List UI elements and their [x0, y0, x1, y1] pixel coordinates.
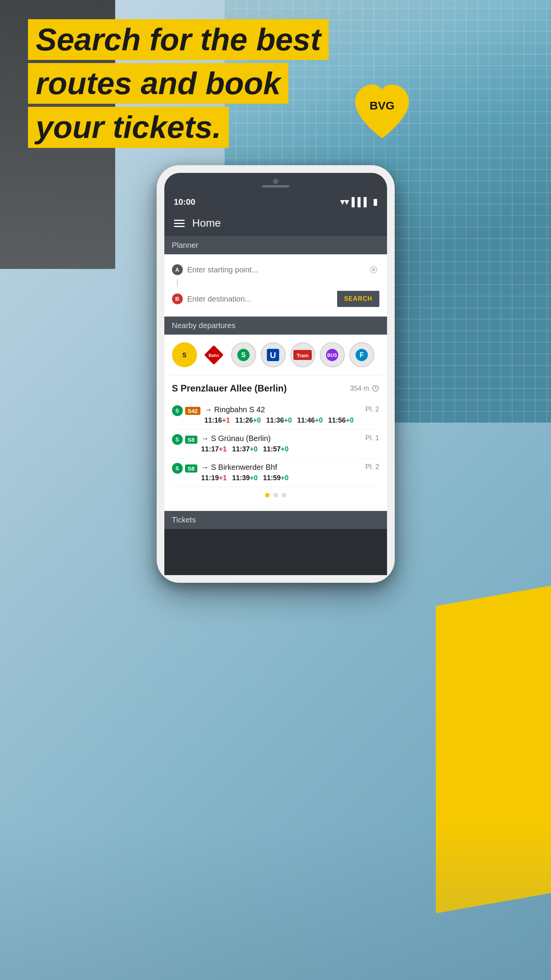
dep-time-s8-g-3: 11:57+0 [263, 445, 289, 453]
dep-destination-s42: → Ringbahn S 42 [204, 405, 361, 414]
station-distance: 354 m [350, 385, 379, 393]
dep-time-s8-b-3: 11:59+0 [263, 474, 289, 482]
connector-line [177, 279, 178, 287]
marker-b: B [172, 294, 183, 304]
app-toolbar: Home [164, 210, 387, 236]
dep-times-s42: 11:16+1 11:26+0 11:36+0 11:46+0 [204, 416, 361, 425]
station-section: S Prenzlauer Allee (Berlin) 354 m S S42 [164, 375, 387, 511]
departure-info-s42: → Ringbahn S 42 11:16+1 11:26+0 11:36+0 [204, 405, 361, 425]
transport-icon-u[interactable]: U [261, 342, 286, 367]
svg-text:S: S [241, 351, 246, 359]
dep-destination-s8-birken: → S Birkenwerder Bhf [201, 463, 362, 472]
dep-time-s42-2: 11:26+0 [235, 416, 261, 425]
marker-a: A [172, 264, 183, 275]
departure-info-s8-birken: → S Birkenwerder Bhf 11:19+1 11:39+0 11:… [201, 463, 362, 482]
tickets-section-header: Tickets [164, 511, 387, 529]
transport-icon-s-selected[interactable]: S [231, 342, 256, 367]
departure-icons-s42: S S42 [172, 405, 201, 416]
departure-row-s8-birken: S S8 → S Birkenwerder Bhf 11:19+1 11:39+… [172, 458, 379, 487]
line-badge-s8-1: S8 [185, 436, 197, 444]
dep-time-s42-1: 11:16+1 [204, 416, 230, 425]
status-icons: ▾▾ ▌▌▌ ▮ [340, 197, 377, 207]
phone-speaker [262, 185, 289, 187]
phone-top-bar [164, 173, 387, 194]
battery-icon: ▮ [373, 197, 377, 207]
signal-icon: ▌▌▌ [352, 197, 370, 207]
svg-text:U: U [270, 350, 276, 360]
svg-point-2 [370, 267, 377, 273]
status-time: 10:00 [174, 197, 195, 207]
hamburger-line-1 [174, 220, 185, 221]
dot-1[interactable] [265, 493, 270, 497]
dep-platform-s8-birken: Pl. 2 [365, 463, 379, 471]
hero-section: Search for the best routes and book your… [28, 19, 329, 151]
pagination-dots [172, 487, 379, 503]
app-content: Planner A [164, 236, 387, 575]
dep-time-s8-b-2: 11:39+0 [232, 474, 258, 482]
wifi-icon: ▾▾ [340, 197, 349, 207]
s-circle-1: S [172, 405, 183, 416]
street-overlay [0, 826, 551, 980]
svg-text:Bahn: Bahn [208, 353, 219, 358]
departure-row-s8-grunau: S S8 → S Grünau (Berlin) 11:17+1 11:37+0 [172, 429, 379, 458]
dot-2[interactable] [273, 493, 278, 497]
transport-icon-sbahn-all[interactable]: S [172, 342, 197, 367]
status-bar: 10:00 ▾▾ ▌▌▌ ▮ [164, 194, 387, 210]
departure-icons-s8-grunau: S S8 [172, 434, 197, 445]
dep-time-s8-b-1: 11:19+1 [201, 474, 227, 482]
hamburger-line-3 [174, 226, 185, 227]
departure-row-s42: S S42 → Ringbahn S 42 11:16+1 11:26+0 [172, 401, 379, 429]
hero-line-1: Search for the best [28, 19, 329, 60]
line-badge-s8-2: S8 [185, 464, 197, 473]
transport-icon-bus[interactable]: BUS [320, 342, 345, 367]
station-name: S Prenzlauer Allee (Berlin) [172, 383, 287, 394]
dep-time-s42-4: 11:46+0 [297, 416, 323, 425]
dep-time-s42-5: 11:56+0 [328, 416, 354, 425]
dep-times-s8-grunau: 11:17+1 11:37+0 11:57+0 [201, 445, 362, 453]
location-icon[interactable] [368, 264, 379, 275]
dep-destination-s8-grunau: → S Grünau (Berlin) [201, 434, 362, 443]
dest-row: B SEARCH [172, 287, 379, 311]
start-input[interactable] [187, 265, 363, 274]
phone-camera [273, 179, 278, 184]
svg-text:BVG: BVG [369, 99, 394, 112]
hero-line-3: your tickets. [28, 107, 229, 148]
search-button[interactable]: SEARCH [337, 291, 379, 307]
nearby-section-header: Nearby departures [164, 317, 387, 335]
dep-times-s8-birken: 11:19+1 11:39+0 11:59+0 [201, 474, 362, 482]
dep-platform-s42: Pl. 2 [365, 405, 379, 413]
dot-3[interactable] [282, 493, 286, 497]
svg-text:S: S [182, 352, 187, 358]
svg-point-1 [372, 269, 375, 271]
hero-line-2: routes and book [28, 63, 288, 104]
dep-platform-s8-grunau: Pl. 1 [365, 434, 379, 442]
planner-section-header: Planner [164, 236, 387, 254]
dep-time-s8-g-1: 11:17+1 [201, 445, 227, 453]
hamburger-line-2 [174, 223, 185, 224]
transport-icon-tram[interactable]: Tram [290, 342, 315, 367]
planner-section: A B SEARCH [164, 254, 387, 317]
transport-icons-row: S Bahn S [164, 335, 387, 375]
s-circle-2: S [172, 434, 183, 445]
hamburger-menu[interactable] [174, 220, 185, 227]
bvg-logo: BVG [347, 77, 417, 146]
toolbar-title: Home [192, 217, 221, 229]
transport-icon-ferry[interactable]: F [349, 342, 374, 367]
departure-info-s8-grunau: → S Grünau (Berlin) 11:17+1 11:37+0 11:5… [201, 434, 362, 453]
tickets-preview[interactable] [164, 529, 387, 575]
dest-input[interactable] [187, 295, 333, 303]
dep-time-s8-g-2: 11:37+0 [232, 445, 258, 453]
clock-icon [372, 385, 379, 392]
transport-icon-bahn[interactable]: Bahn [202, 342, 227, 367]
dep-time-s42-3: 11:36+0 [266, 416, 292, 425]
s-circle-3: S [172, 463, 183, 474]
svg-text:BUS: BUS [327, 353, 337, 358]
station-header: S Prenzlauer Allee (Berlin) 354 m [172, 383, 379, 394]
start-point-row: A [172, 260, 379, 279]
svg-text:F: F [360, 351, 364, 359]
phone-mockup: 10:00 ▾▾ ▌▌▌ ▮ Home Planner [157, 165, 395, 583]
line-badge-s42: S42 [185, 407, 201, 415]
svg-text:Tram: Tram [296, 353, 308, 358]
departure-icons-s8-birken: S S8 [172, 463, 197, 474]
